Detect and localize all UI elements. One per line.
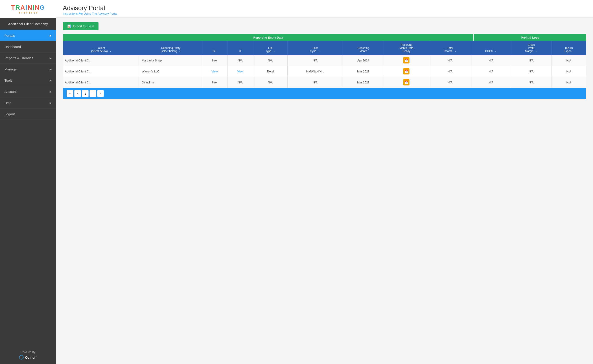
cell-file_type: N/A xyxy=(253,55,288,66)
cell-gl[interactable]: View xyxy=(202,66,228,77)
table-header-row: Client(select below) ▼Reporting Entity(s… xyxy=(63,41,586,55)
cell-total_income: N/A xyxy=(429,66,471,77)
cell-client: Additional Client C... xyxy=(63,66,140,77)
cell-file_type: N/A xyxy=(253,77,288,88)
cell-reporting_month: Apr 2024 xyxy=(343,55,384,66)
filter-icon[interactable]: ▼ xyxy=(454,50,456,52)
instructions-link[interactable]: Instructions For Using The Advisory Port… xyxy=(63,12,117,15)
cell-je[interactable]: N/A xyxy=(228,55,253,66)
sidebar-item-tools[interactable]: Tools▶ xyxy=(0,75,56,86)
chevron-right-icon: ▶ xyxy=(50,101,52,104)
cell-gross_profit_margin: N/A xyxy=(511,66,552,77)
advisory-table: Client(select below) ▼Reporting Entity(s… xyxy=(63,41,586,88)
col-header-client: Client(select below) ▼ xyxy=(63,41,140,55)
cell-last_sync: N/A xyxy=(288,55,343,66)
sidebar-item-label: Account xyxy=(5,90,17,93)
cell-gl[interactable]: N/A xyxy=(202,55,228,66)
sidebar-item-account[interactable]: Account▶ xyxy=(0,86,56,97)
cell-client: Additional Client C... xyxy=(63,77,140,88)
prev-page-button[interactable]: ‹ xyxy=(74,90,81,97)
logo-area: TRAINING 🧍🧍🧍🧍🧍🧍🧍🧍 xyxy=(0,0,56,18)
filter-icon[interactable]: ▼ xyxy=(179,50,181,52)
current-page: 1 xyxy=(82,90,89,97)
export-button[interactable]: 📊 Export to Excel xyxy=(63,22,98,30)
cell-total_income: N/A xyxy=(429,55,471,66)
main-header: Advisory Portal Instructions For Using T… xyxy=(56,0,593,18)
powered-by: Powered By Qvinci® xyxy=(0,346,56,364)
cell-gl[interactable]: N/A xyxy=(202,77,228,88)
sidebar-item-label: Reports & Libraries xyxy=(5,56,33,60)
sidebar-item-logout[interactable]: Logout xyxy=(0,109,56,120)
sidebar-item-label: Help xyxy=(5,101,12,105)
sidebar-item-label: Logout xyxy=(5,112,15,116)
cell-cogs: N/A xyxy=(471,55,511,66)
col-header-je: JE xyxy=(228,41,253,55)
sidebar-item-reports[interactable]: Reports & Libraries▶ xyxy=(0,52,56,64)
last-page-button[interactable]: » xyxy=(97,90,104,97)
cell-client: Additional Client C... xyxy=(63,55,140,66)
cell-cogs: N/A xyxy=(471,66,511,77)
filter-icon[interactable]: ▼ xyxy=(110,50,112,52)
cell-reporting_entity: Qvinci Inc xyxy=(140,77,202,88)
qvinci-brand: Qvinci® xyxy=(25,355,37,359)
col-header-total_income: TotalIncome ▼ xyxy=(429,41,471,55)
cell-data_ready: 📅 xyxy=(384,66,429,77)
calendar-button[interactable]: 📅 xyxy=(403,68,410,74)
table-row: Additional Client C...Qvinci IncN/AN/AN/… xyxy=(63,77,586,88)
cell-reporting_entity: Warren's LLC xyxy=(140,66,202,77)
first-page-button[interactable]: « xyxy=(67,90,73,97)
table-row: Additional Client C...Margarita ShopN/AN… xyxy=(63,55,586,66)
cell-data_ready: 📅 xyxy=(384,77,429,88)
calendar-button[interactable]: 📅 xyxy=(403,79,410,85)
col-header-gl: GL xyxy=(202,41,228,55)
cell-reporting_month: Mar 2023 xyxy=(343,66,384,77)
cell-top10: N/A xyxy=(552,55,586,66)
chevron-right-icon: ▶ xyxy=(50,68,52,71)
main-content: Advisory Portal Instructions For Using T… xyxy=(56,0,593,364)
chevron-right-icon: ▶ xyxy=(50,34,52,37)
sidebar-item-label: Dashboard xyxy=(5,45,21,49)
col-header-reporting_month: ReportingMonth xyxy=(343,41,384,55)
section-pnl: Profit & Loss xyxy=(474,34,586,41)
col-header-top10: Top 10Expen... xyxy=(552,41,586,55)
export-label: Export to Excel xyxy=(73,25,94,28)
sidebar-item-portals[interactable]: Portals▶ xyxy=(0,30,56,41)
cell-last_sync: NaN/NaN/N... xyxy=(288,66,343,77)
export-icon: 📊 xyxy=(67,25,71,28)
filter-icon[interactable]: ▼ xyxy=(495,50,497,52)
col-header-data_ready: ReportingMonth DataReady xyxy=(384,41,429,55)
sidebar-item-manage[interactable]: Manage▶ xyxy=(0,64,56,75)
chevron-right-icon: ▶ xyxy=(50,79,52,82)
chevron-right-icon: ▶ xyxy=(50,90,52,93)
sidebar-item-label: Tools xyxy=(5,78,12,82)
cell-file_type: Excel xyxy=(253,66,288,77)
sidebar-item-label: Portals xyxy=(5,34,15,38)
cell-total_income: N/A xyxy=(429,77,471,88)
next-page-button[interactable]: › xyxy=(90,90,96,97)
filter-icon[interactable]: ▼ xyxy=(318,50,320,52)
section-reporting-entity: Reporting Entity Data xyxy=(63,34,474,41)
col-header-file_type: FileType ▼ xyxy=(253,41,288,55)
cell-gross_profit_margin: N/A xyxy=(511,77,552,88)
pagination: « ‹ 1 › » xyxy=(63,88,586,99)
filter-icon[interactable]: ▼ xyxy=(535,50,537,52)
sidebar: TRAINING 🧍🧍🧍🧍🧍🧍🧍🧍 Additional Client Comp… xyxy=(0,0,56,364)
cell-top10: N/A xyxy=(552,66,586,77)
col-header-cogs: COGS ▼ xyxy=(471,41,511,55)
qvinci-icon xyxy=(19,355,24,359)
cell-je[interactable]: N/A xyxy=(228,77,253,88)
cell-je[interactable]: View xyxy=(228,66,253,77)
logo-subtitle: 🧍🧍🧍🧍🧍🧍🧍🧍 xyxy=(11,12,45,14)
filter-icon[interactable]: ▼ xyxy=(273,50,275,52)
page-title: Advisory Portal xyxy=(63,5,586,12)
sidebar-item-label: Manage xyxy=(5,67,17,71)
cell-gross_profit_margin: N/A xyxy=(511,55,552,66)
sidebar-item-help[interactable]: Help▶ xyxy=(0,97,56,109)
cell-reporting_entity: Margarita Shop xyxy=(140,55,202,66)
sidebar-item-dashboard[interactable]: Dashboard xyxy=(0,41,56,52)
main-body: 📊 Export to Excel Reporting Entity Data … xyxy=(56,18,593,104)
col-header-gross_profit_margin: GrossProfitMargin ▼ xyxy=(511,41,552,55)
table-body: Additional Client C...Margarita ShopN/AN… xyxy=(63,55,586,88)
client-name: Additional Client Company xyxy=(0,18,56,30)
calendar-button[interactable]: 📅 xyxy=(403,57,410,64)
